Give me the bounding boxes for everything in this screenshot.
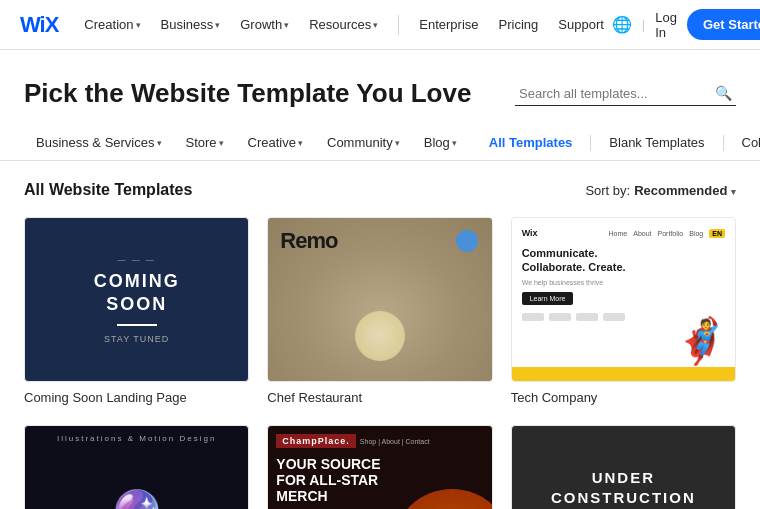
template-card[interactable]: Wix Home About Portfolio Blog EN Communi… (511, 217, 736, 405)
tab-community[interactable]: Community ▾ (315, 125, 412, 160)
chevron-down-icon: ▾ (298, 138, 303, 148)
template-card[interactable]: Illustrations & Motion Design 🔮 💎 Illust… (24, 425, 249, 509)
search-icon[interactable]: 🔍 (715, 85, 732, 101)
login-link[interactable]: Log In (655, 10, 677, 40)
sport-bg-circle (392, 489, 493, 509)
tab-store[interactable]: Store ▾ (174, 125, 236, 160)
sport-headline: YOUR SOURCE FOR ALL-STAR MERCH (276, 456, 390, 504)
blue-circle (456, 230, 478, 252)
chevron-down-icon: ▾ (136, 20, 141, 30)
chevron-down-icon: ▾ (157, 138, 162, 148)
page-title: Pick the Website Template You Love (24, 78, 471, 109)
search-box: 🔍 (515, 81, 736, 106)
template-card[interactable]: ChampPlace. Shop | About | Contact YOUR … (267, 425, 492, 509)
nav-resources[interactable]: Resources ▾ (301, 11, 386, 38)
cs-line (117, 324, 157, 326)
templates-section: All Website Templates Sort by: Recommend… (0, 161, 760, 509)
nav-divider (398, 15, 399, 35)
filter-tab-separator-3 (723, 135, 724, 151)
template-name: Tech Company (511, 390, 736, 405)
filter-right: All Templates Blank Templates Collection… (477, 125, 760, 160)
tab-blog[interactable]: Blog ▾ (412, 125, 469, 160)
chevron-down-icon: ▾ (284, 20, 289, 30)
get-started-button[interactable]: Get Started (687, 9, 760, 40)
tech-headline: Communicate.Collaborate. Create. (522, 246, 626, 275)
nav-divider-right: | (642, 17, 645, 32)
globe-icon[interactable]: 🌐 (612, 15, 632, 34)
lemon-element (355, 311, 405, 361)
sort-value[interactable]: Recommended ▾ (634, 183, 736, 198)
templates-grid: — — — COMINGSOON STAY TUNED Coming Soon … (24, 217, 736, 509)
template-card[interactable]: Remo Chef Restaurant (267, 217, 492, 405)
sport-topbar: ChampPlace. Shop | About | Contact (276, 434, 429, 448)
coming-soon-text: COMINGSOON (94, 270, 180, 317)
sort-label: Sort by: (585, 183, 630, 198)
illus-header: Illustrations & Motion Design (25, 434, 248, 443)
template-card[interactable]: UNDERCONSTRUCTION ▶ ◼ ⏭ ⊕ Coming Soon La… (511, 425, 736, 509)
chevron-down-icon: ▾ (731, 187, 736, 197)
illus-figure: 🔮 (107, 488, 167, 510)
nav-creation[interactable]: Creation ▾ (76, 11, 148, 38)
tab-collections[interactable]: Collections ▾ (730, 125, 761, 160)
nav-pricing[interactable]: Pricing (491, 11, 547, 38)
chevron-down-icon: ▾ (452, 138, 457, 148)
tech-partners (522, 313, 625, 321)
nav-right: 🌐 | Log In Get Started (612, 9, 760, 40)
templates-section-title: All Website Templates (24, 181, 192, 199)
sport-logo: ChampPlace. (276, 434, 356, 448)
navbar: WiX Creation ▾ Business ▾ Growth ▾ Resou… (0, 0, 760, 50)
filter-tab-separator-2 (590, 135, 591, 151)
nav-support[interactable]: Support (550, 11, 612, 38)
templates-header: All Website Templates Sort by: Recommend… (24, 181, 736, 199)
chevron-down-icon: ▾ (395, 138, 400, 148)
chevron-down-icon: ▾ (373, 20, 378, 30)
chevron-down-icon: ▾ (219, 138, 224, 148)
tech-illustration: 🦸 (674, 319, 729, 363)
filter-tabs: Business & Services ▾ Store ▾ Creative ▾… (0, 125, 760, 161)
tech-nav: Home About Portfolio Blog EN (609, 229, 725, 238)
cs-topbar: — — — (94, 255, 180, 264)
template-card[interactable]: — — — COMINGSOON STAY TUNED Coming Soon … (24, 217, 249, 405)
template-name: Coming Soon Landing Page (24, 390, 249, 405)
tech-yellow-bar (512, 367, 735, 381)
template-name: Chef Restaurant (267, 390, 492, 405)
sort-control[interactable]: Sort by: Recommended ▾ (585, 183, 736, 198)
nav-links: Creation ▾ Business ▾ Growth ▾ Resources… (76, 11, 611, 38)
tech-brand: Wix (522, 228, 538, 238)
search-input[interactable] (519, 86, 709, 101)
remo-logo: Remo (280, 228, 337, 254)
tab-all-templates[interactable]: All Templates (477, 125, 585, 160)
hero-section: Pick the Website Template You Love 🔍 (0, 50, 760, 125)
chevron-down-icon: ▾ (215, 20, 220, 30)
tech-body: We help businesses thrive (522, 279, 604, 286)
nav-business[interactable]: Business ▾ (153, 11, 229, 38)
tech-header: Wix Home About Portfolio Blog EN (522, 228, 725, 238)
wix-logo[interactable]: WiX (20, 12, 58, 38)
tab-blank-templates[interactable]: Blank Templates (597, 125, 716, 160)
cs-subtitle: STAY TUNED (94, 334, 180, 344)
tech-badge: EN (709, 229, 725, 238)
tab-business-services[interactable]: Business & Services ▾ (24, 125, 174, 160)
nav-growth[interactable]: Growth ▾ (232, 11, 297, 38)
tab-creative[interactable]: Creative ▾ (236, 125, 315, 160)
tech-cta: Learn More (522, 292, 574, 305)
nav-enterprise[interactable]: Enterprise (411, 11, 486, 38)
construction-text: UNDERCONSTRUCTION (551, 468, 696, 507)
